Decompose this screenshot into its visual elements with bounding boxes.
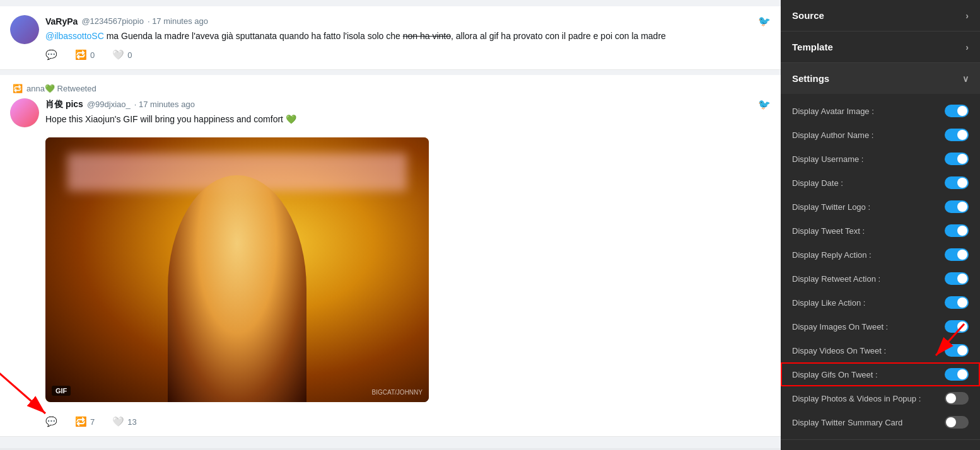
tweet-user-info-1: VaRyPa @1234567piopio · 17 minutes ago <box>45 16 208 26</box>
toggle-display-images[interactable] <box>945 320 969 333</box>
setting-row-display-images: Dispay Images On Tweet : <box>781 314 980 338</box>
setting-row-display-author: Display Author Name : <box>781 123 980 147</box>
setting-label-display-retweet-action: Display Retweet Action : <box>792 274 945 284</box>
gif-watermark: BIGCAT/JOHNNY <box>372 389 423 396</box>
tweet-feed: VaRyPa @1234567piopio · 17 minutes ago 🐦… <box>0 0 781 448</box>
toggle-display-reply-action[interactable] <box>945 248 969 261</box>
like-icon-2: 🤍 <box>112 416 124 427</box>
settings-content: Display Avatar Image :Display Author Nam… <box>781 94 980 439</box>
toggle-knob-display-username <box>957 154 967 164</box>
tweet-header-1: VaRyPa @1234567piopio · 17 minutes ago 🐦… <box>10 15 771 61</box>
tweet-header-2: 肖俊 pics @99djxiao_ · 17 minutes ago 🐦 Ho… <box>10 98 771 427</box>
toggle-knob-display-gifs <box>957 369 967 379</box>
toggle-display-like-action[interactable] <box>945 296 969 309</box>
retweet-btn-1[interactable]: 🔁 0 <box>75 49 95 61</box>
source-section: Source › <box>781 0 980 32</box>
setting-row-display-gifs: Display Gifs On Tweet : <box>781 362 980 386</box>
setting-row-display-videos: Dispay Videos On Tweet : <box>781 338 980 362</box>
toggle-display-date[interactable] <box>945 176 969 189</box>
tweet-mention: @ilbassottoSC <box>45 31 104 41</box>
settings-header[interactable]: Settings ∨ <box>781 63 980 94</box>
retweet-count-1: 0 <box>90 50 95 60</box>
tweet-username-2: 肖俊 pics <box>45 99 83 110</box>
setting-label-display-author: Display Author Name : <box>792 130 945 140</box>
setting-row-display-tweet-text: Display Tweet Text : <box>781 219 980 243</box>
svg-line-1 <box>0 369 45 413</box>
toggle-display-gifs[interactable] <box>945 368 969 381</box>
toggle-knob-display-tweet-text <box>957 226 967 236</box>
settings-section: Settings ∨ Display Avatar Image :Display… <box>781 63 980 440</box>
like-icon-1: 🤍 <box>112 49 124 61</box>
like-count-1: 0 <box>127 50 132 60</box>
gif-label: GIF <box>52 386 71 396</box>
twitter-logo-2: 🐦 <box>758 98 771 110</box>
tweet-card-1: VaRyPa @1234567piopio · 17 minutes ago 🐦… <box>0 6 781 70</box>
main-content-area: VaRyPa @1234567piopio · 17 minutes ago 🐦… <box>0 0 781 450</box>
tweet-card-2: 🔁 anna💚 Retweeted 肖俊 pics @99djxiao_ · 1… <box>0 75 781 437</box>
toggle-display-retweet-action[interactable] <box>945 272 969 285</box>
settings-label: Settings <box>792 73 829 84</box>
retweet-header: 🔁 anna💚 Retweeted <box>10 84 771 93</box>
setting-label-display-summary-card: Display Twitter Summary Card <box>792 418 945 427</box>
setting-row-display-twitter-logo: Display Twitter Logo : <box>781 195 980 219</box>
like-count-2: 13 <box>127 417 136 427</box>
tweet-body-1: VaRyPa @1234567piopio · 17 minutes ago 🐦… <box>45 15 771 61</box>
toggle-display-photos-videos-popup[interactable] <box>945 392 969 405</box>
setting-row-display-like-action: Display Like Action : <box>781 291 980 314</box>
tweet-gif-container: GIF BIGCAT/JOHNNY <box>45 137 429 402</box>
toggle-display-videos[interactable] <box>945 344 969 357</box>
template-label: Template <box>792 42 833 52</box>
tweet-body-2: 肖俊 pics @99djxiao_ · 17 minutes ago 🐦 Ho… <box>45 98 771 427</box>
reply-icon-2: 💬 <box>45 416 57 427</box>
toggle-display-twitter-logo[interactable] <box>945 200 969 213</box>
setting-label-display-twitter-logo: Display Twitter Logo : <box>792 202 945 212</box>
source-header[interactable]: Source › <box>781 0 980 31</box>
retweet-icon-1: 🔁 <box>75 49 87 61</box>
tweet-gif-image: GIF BIGCAT/JOHNNY <box>45 137 429 402</box>
setting-row-display-date: Display Date : <box>781 171 980 195</box>
toggle-knob-display-author <box>957 130 967 140</box>
toggle-knob-display-summary-card <box>946 417 956 427</box>
retweet-btn-2[interactable]: 🔁 7 <box>75 416 95 427</box>
setting-row-display-summary-card: Display Twitter Summary Card <box>781 410 980 434</box>
sidebar: Source › Template › Settings ∨ Display A… <box>781 0 980 450</box>
toggle-knob-display-reply-action <box>957 250 967 260</box>
setting-label-display-photos-videos-popup: Display Photos & Videos in Popup : <box>792 394 945 403</box>
source-label: Source <box>792 10 824 21</box>
setting-label-display-images: Dispay Images On Tweet : <box>792 322 945 332</box>
toggle-knob-display-videos <box>957 345 967 355</box>
toggle-display-tweet-text[interactable] <box>945 224 969 237</box>
toggle-knob-display-twitter-logo <box>957 202 967 212</box>
toggle-display-username[interactable] <box>945 153 969 165</box>
like-btn-2[interactable]: 🤍 13 <box>112 416 136 427</box>
setting-label-display-videos: Dispay Videos On Tweet : <box>792 346 945 355</box>
like-btn-1[interactable]: 🤍 0 <box>112 49 132 61</box>
reply-icon-1: 💬 <box>45 49 57 61</box>
tweet-handle-2: @99djxiao_ <box>87 100 131 109</box>
setting-row-display-avatar: Display Avatar Image : <box>781 99 980 123</box>
toggle-knob-display-like-action <box>957 297 967 308</box>
tweet-handle-1: @1234567piopio <box>81 16 144 26</box>
setting-row-display-username: Display Username : <box>781 147 980 171</box>
tweet-user-info-2: 肖俊 pics @99djxiao_ · 17 minutes ago <box>45 99 195 110</box>
tweet-actions-1: 💬 🔁 0 🤍 0 <box>45 49 771 61</box>
template-chevron-icon: › <box>965 42 969 52</box>
reply-btn-2[interactable]: 💬 <box>45 416 57 427</box>
reply-btn-1[interactable]: 💬 <box>45 49 57 61</box>
tweet-actions-2: 💬 🔁 7 🤍 13 <box>45 416 771 427</box>
toggle-knob-display-avatar <box>957 106 967 116</box>
setting-row-display-photos-videos-popup: Display Photos & Videos in Popup : <box>781 386 980 410</box>
setting-label-display-tweet-text: Display Tweet Text : <box>792 226 945 236</box>
template-header[interactable]: Template › <box>781 32 980 62</box>
toggle-display-author[interactable] <box>945 129 969 141</box>
toggle-display-avatar[interactable] <box>945 105 969 117</box>
toggle-knob-display-images <box>957 321 967 332</box>
setting-label-display-reply-action: Display Reply Action : <box>792 250 945 260</box>
toggle-knob-display-retweet-action <box>957 274 967 284</box>
tweet-text-1: @ilbassottoSC ma Guenda la madre l'aveva… <box>45 30 771 43</box>
tweet-meta-2: 肖俊 pics @99djxiao_ · 17 minutes ago 🐦 <box>45 98 771 110</box>
retweet-indicator-icon: 🔁 <box>13 84 23 93</box>
avatar-1 <box>10 15 39 44</box>
toggle-display-summary-card[interactable] <box>945 416 969 429</box>
tweet-username-1: VaRyPa <box>45 16 78 26</box>
